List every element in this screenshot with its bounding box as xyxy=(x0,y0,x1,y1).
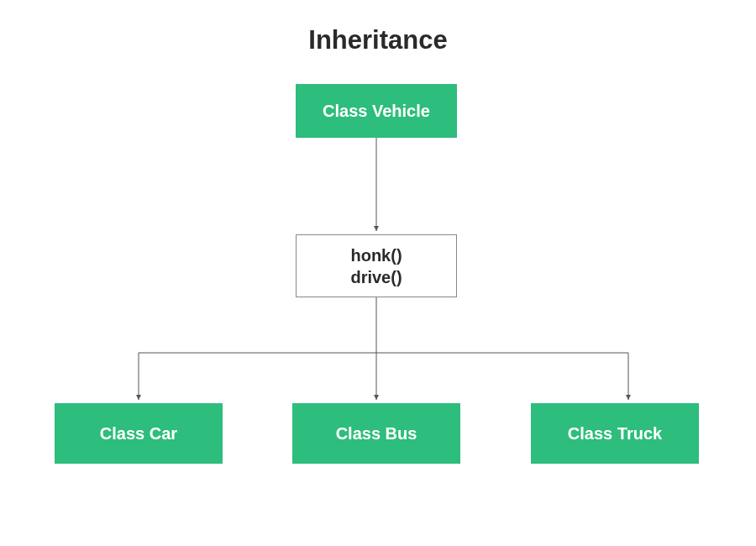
class-bus-label: Class Bus xyxy=(336,424,417,444)
class-car-box: Class Car xyxy=(55,403,223,464)
diagram-title: Inheritance xyxy=(0,25,756,55)
class-truck-label: Class Truck xyxy=(568,424,662,444)
class-car-label: Class Car xyxy=(100,424,177,444)
method-drive: drive() xyxy=(350,266,402,288)
class-truck-box: Class Truck xyxy=(531,403,699,464)
class-vehicle-label: Class Vehicle xyxy=(323,102,430,121)
class-vehicle-box: Class Vehicle xyxy=(296,84,457,138)
method-honk: honk() xyxy=(350,244,402,266)
class-bus-box: Class Bus xyxy=(292,403,460,464)
methods-box: honk() drive() xyxy=(296,234,457,297)
